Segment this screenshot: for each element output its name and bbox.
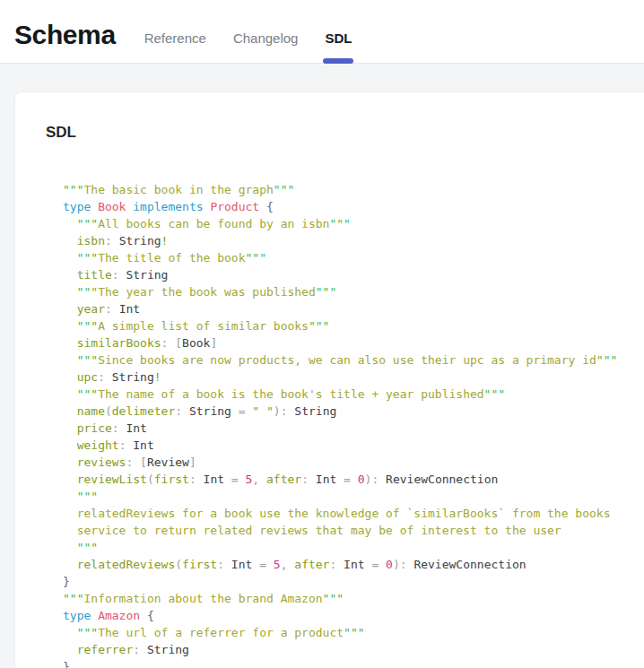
active-tab-indicator — [323, 58, 353, 64]
code-line: """Since books are now products, we can … — [63, 351, 644, 369]
code-line: year: Int — [63, 300, 644, 317]
code-line: type Book implements Product { — [63, 198, 644, 215]
code-line: reviews: [Review] — [63, 454, 644, 471]
tab-reference[interactable]: Reference — [144, 7, 206, 63]
code-line: """The name of a book is the book's titl… — [63, 386, 644, 403]
code-line: } — [63, 573, 644, 590]
code-line: """The basic book in the graph""" — [63, 181, 644, 198]
code-line: """ — [63, 539, 644, 556]
code-line: referrer: String — [63, 641, 644, 658]
sdl-heading: SDL — [46, 124, 644, 142]
page-title: Schema — [14, 20, 116, 50]
tab-sdl-label: SDL — [325, 30, 352, 46]
sdl-code-block: """The basic book in the graph"""type Bo… — [46, 181, 644, 668]
code-line: relatedReviews for a book use the knowle… — [63, 505, 644, 522]
tab-sdl[interactable]: SDL — [325, 7, 352, 63]
code-line: weight: Int — [63, 437, 644, 454]
tab-bar: Reference Changelog SDL — [144, 7, 352, 63]
code-line: name(delimeter: String = " "): String — [63, 403, 644, 420]
code-line: """The year the book was published""" — [63, 283, 644, 300]
code-line: """The title of the book""" — [63, 249, 644, 266]
code-line: """The url of a referrer for a product""… — [63, 624, 644, 641]
code-line: type Amazon { — [63, 607, 644, 624]
code-line: upc: String! — [63, 369, 644, 386]
page-header: Schema Reference Changelog SDL — [0, 0, 644, 64]
code-line: """ — [63, 488, 644, 505]
sdl-card: SDL """The basic book in the graph"""typ… — [14, 91, 644, 668]
code-line: reviewList(first: Int = 5, after: Int = … — [63, 471, 644, 488]
code-line: price: Int — [63, 420, 644, 437]
code-line: """Information about the brand Amazon""" — [63, 590, 644, 607]
code-line: service to return related reviews that m… — [63, 522, 644, 539]
tab-changelog[interactable]: Changelog — [233, 7, 299, 63]
code-line: relatedReviews(first: Int = 5, after: In… — [63, 556, 644, 573]
code-line: title: String — [63, 266, 644, 283]
code-line: isbn: String! — [63, 232, 644, 249]
code-line: similarBooks: [Book] — [63, 334, 644, 351]
code-line: """A simple list of similar books""" — [63, 317, 644, 334]
code-line: } — [63, 658, 644, 668]
code-line: """All books can be found by an isbn""" — [63, 215, 644, 232]
